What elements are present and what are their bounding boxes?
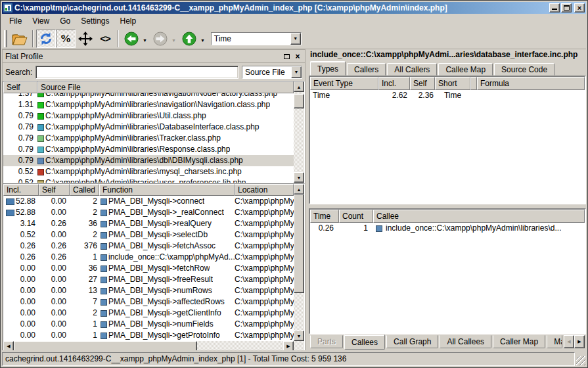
source-file-row[interactable]: 0.52C:\xampp\phpMyAdmin\libraries\mysql_… [3,166,294,177]
source-file-row[interactable]: 0.79C:\xampp\phpMyAdmin\libraries\dbi\DB… [3,155,294,166]
back-dropdown-arrow[interactable]: ▼ [143,38,147,43]
source-file-row[interactable]: 1.31C:\xampp\phpMyAdmin\libraries\naviga… [3,99,294,110]
tab-callees[interactable]: Callees [344,334,385,350]
scrollbar-thumb[interactable] [14,341,197,350]
function-row[interactable]: 0.260.26376PMA_DBI_Mysqli->fetchAssocC:\… [3,241,294,252]
open-file-button[interactable] [10,30,30,48]
source-file-row[interactable]: 0.79C:\xampp\phpMyAdmin\libraries\Respon… [3,144,294,155]
event-type-row[interactable]: Time 2.62 2.36 Time [310,90,585,101]
source-file-path: C:\xampp\phpMyAdmin\libraries\mysql_char… [45,166,242,177]
relative-to-parent-button[interactable] [76,30,95,48]
self-value: 0.00 [39,330,70,341]
function-row[interactable]: 0.000.002PMA_DBI_Mysqli->getClientInfoC:… [3,308,294,319]
source-file-list-content: 1.37C:\xampp\phpMyAdmin\libraries\naviga… [3,93,294,183]
incl-cell: 52.88 [3,207,39,218]
scroll-left-button[interactable]: ◀ [3,341,14,350]
function-row[interactable]: 0.000.0027PMA_DBI_Mysqli->freeResultC:\x… [3,274,294,285]
combo-dropdown-button[interactable]: ▼ [291,66,302,78]
menu-file[interactable]: File [4,15,27,27]
dock-float-button[interactable] [282,52,291,61]
tab-scroll-right-button[interactable]: ▶ [574,335,585,348]
close-button[interactable]: × [574,3,585,12]
column-header-location[interactable]: Location [235,184,294,196]
function-row[interactable]: 0.000.001PMA_DBI_Mysqli->getProtoInfoC:\… [3,330,294,341]
search-input[interactable] [35,66,238,79]
function-row[interactable]: 0.000.007PMA_DBI_Mysqli->affectedRowsC:\… [3,296,294,308]
maximize-button[interactable] [561,3,572,12]
vertical-scrollbar[interactable]: ▲ ▼ [294,81,304,183]
function-row[interactable]: 0.260.261include_once::C:\xampp\phpMyAd.… [3,252,294,263]
called-value: 2 [70,229,99,241]
file-type-icon [37,102,44,108]
resize-grip[interactable] [576,356,585,365]
scrollbar-thumb[interactable] [294,94,304,108]
tab-all-callers[interactable]: All Callers [387,63,437,76]
function-row[interactable]: 0.000.001PMA_DBI_Mysqli->numFieldsC:\xam… [3,319,294,330]
function-row[interactable]: 52.880.002PMA_DBI_Mysqli->_realConnectC:… [3,207,294,218]
column-header-self[interactable]: Self [410,77,435,90]
scrollbar-thumb[interactable] [294,195,304,293]
function-row[interactable]: 0.000.0013PMA_DBI_Mysqli->numRowsC:\xamp… [3,285,294,296]
horizontal-scrollbar[interactable]: ◀ ▶ [3,341,304,350]
up-button[interactable] [179,30,199,48]
source-file-row[interactable]: 0.79C:\xampp\phpMyAdmin\libraries\Databa… [3,122,294,133]
event-type-select[interactable]: Time ▼ [211,32,302,45]
column-header-formula[interactable]: Formula [477,77,585,90]
column-header-self[interactable]: Self [39,184,70,196]
dock-title-bar[interactable]: Flat Profile × [3,50,305,63]
vertical-scrollbar[interactable]: ▲ ▼ [294,184,304,341]
tab-call-graph[interactable]: Call Graph [386,335,438,348]
function-row[interactable]: 3.140.2636PMA_DBI_Mysqli->realQueryC:\xa… [3,218,294,229]
tab-types[interactable]: Types [310,61,346,76]
tab-machine[interactable]: Machine [547,335,562,348]
column-header-function[interactable]: Function [99,184,235,196]
toolbar-handle[interactable] [4,30,7,47]
column-header-time[interactable]: Time [310,210,339,223]
tab-scroll-left-button[interactable]: ◀ [564,335,574,348]
column-header-called[interactable]: Called [70,184,99,196]
group-by-select[interactable]: Source File ▼ [242,66,302,79]
up-dropdown-arrow[interactable]: ▼ [200,38,205,43]
back-button[interactable] [122,30,141,48]
relative-percent-button[interactable]: % [56,30,76,48]
scroll-up-button[interactable]: ▲ [294,184,304,195]
forward-button[interactable] [150,30,170,48]
incl-value: 3.14 [20,218,35,229]
source-file-row[interactable]: 1.37C:\xampp\phpMyAdmin\libraries\naviga… [3,93,294,99]
function-row[interactable]: 0.520.002PMA_DBI_Mysqli->selectDbC:\xamp… [3,229,294,241]
column-header-self[interactable]: Self [3,81,37,93]
dock-close-button[interactable]: × [293,52,302,61]
forward-dropdown-arrow[interactable]: ▼ [171,38,176,43]
column-header-incl[interactable]: Incl. [378,77,410,90]
menu-settings[interactable]: Settings [76,15,114,27]
function-row[interactable]: 0.000.0036PMA_DBI_Mysqli->fetchRowC:\xam… [3,263,294,274]
column-header-incl[interactable]: Incl. [3,184,39,196]
menu-view[interactable]: View [27,15,55,27]
source-file-row[interactable]: 0.52C:\xampp\phpMyAdmin\libraries\user_p… [3,177,294,183]
shorten-templates-button[interactable]: <> [95,30,115,48]
title-bar[interactable]: C:\xampp\tmp\cachegrind.out.1416463299-C… [2,2,586,14]
cycle-detection-button[interactable] [36,30,56,48]
tab-source-code[interactable]: Source Code [494,63,554,76]
column-header-source-file[interactable]: Source File [37,81,294,93]
column-header-callee[interactable]: Callee [373,210,585,223]
scroll-up-button[interactable]: ▲ [294,81,304,92]
source-file-row[interactable]: 0.79C:\xampp\phpMyAdmin\libraries\Util.c… [3,110,294,122]
tab-callee-map[interactable]: Callee Map [438,63,493,76]
scroll-down-button[interactable]: ▼ [294,331,304,341]
menu-help[interactable]: Help [115,15,142,27]
callee-row[interactable]: 0.26 1 include_once::C:\xampp\phpMyAdmin… [310,223,585,234]
column-header-count[interactable]: Count [339,210,373,223]
tab-all-callees[interactable]: All Callees [440,335,491,348]
tab-callers[interactable]: Callers [347,63,386,76]
column-header-event-type[interactable]: Event Type [310,77,378,90]
column-header-short[interactable]: Short [435,77,470,90]
menu-go[interactable]: Go [55,15,76,27]
minimize-button[interactable] [549,3,560,12]
scroll-down-button[interactable]: ▼ [294,172,304,183]
tab-caller-map[interactable]: Caller Map [493,335,545,348]
function-row[interactable]: 52.880.002PMA_DBI_Mysqli->connectC:\xamp… [3,196,294,207]
source-file-row[interactable]: 0.79C:\xampp\phpMyAdmin\libraries\Tracke… [3,133,294,144]
scroll-right-button[interactable]: ▶ [283,341,294,350]
combo-dropdown-button[interactable]: ▼ [290,33,301,45]
